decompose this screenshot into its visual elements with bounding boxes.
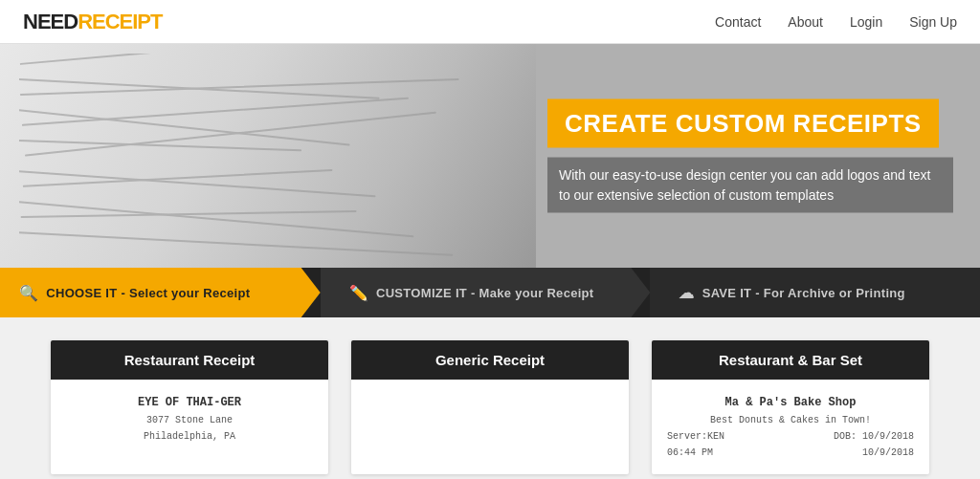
step-choose-label: CHOOSE IT - Select your Receipt: [46, 286, 250, 300]
nav-signup[interactable]: Sign Up: [909, 14, 957, 30]
bar-server: Server:KEN: [667, 428, 724, 445]
step-customize-label: CUSTOMIZE IT - Make your Receipt: [376, 286, 594, 300]
bar-time-line: 06:44 PM 10/9/2018: [667, 445, 914, 461]
card-generic-body: [351, 380, 629, 425]
steps-bar: 🔍 CHOOSE IT - Select your Receipt ✏️ CUS…: [0, 268, 980, 317]
card-restaurant-header: Restaurant Receipt: [51, 340, 328, 380]
restaurant-shop-addr: 3077 Stone LanePhiladelphia, PA: [66, 412, 313, 445]
hero-overlay: CREATE CUSTOM RECEIPTS With our easy-to-…: [521, 76, 980, 236]
logo-receipt: RECEIPT: [78, 10, 162, 33]
card-generic-header: Generic Receipt: [351, 340, 629, 380]
nav-login[interactable]: Login: [850, 14, 882, 30]
bar-server-line: Server:KEN DOB: 10/9/2018: [667, 428, 914, 445]
hero-subtitle: With our easy-to-use design center you c…: [547, 158, 953, 213]
step-save-label: SAVE IT - For Archive or Printing: [702, 286, 905, 300]
receipt-lines-decoration: [19, 54, 536, 264]
logo-need: NEED: [23, 10, 78, 33]
pencil-icon: ✏️: [349, 284, 368, 302]
nav-about[interactable]: About: [788, 14, 823, 30]
step-save[interactable]: ☁ SAVE IT - For Archive or Printing: [650, 268, 980, 317]
bar-dob: DOB: 10/9/2018: [834, 428, 914, 445]
generic-shop-name: [367, 393, 613, 412]
card-bar-set-body: Ma & Pa's Bake Shop Best Donuts & Cakes …: [652, 380, 929, 474]
bar-date: 10/9/2018: [862, 445, 914, 461]
card-bar-set[interactable]: Restaurant & Bar Set Ma & Pa's Bake Shop…: [652, 340, 929, 474]
bar-time: 06:44 PM: [667, 445, 713, 461]
main-nav: Contact About Login Sign Up: [715, 14, 957, 30]
cloud-icon: ☁: [679, 284, 694, 302]
card-restaurant[interactable]: Restaurant Receipt EYE OF THAI-GER 3077 …: [51, 340, 328, 474]
nav-contact[interactable]: Contact: [715, 14, 761, 30]
hero-title: CREATE CUSTOM RECEIPTS: [547, 99, 939, 148]
bar-shop-addr: Best Donuts & Cakes in Town!: [667, 412, 914, 428]
card-bar-set-header: Restaurant & Bar Set: [652, 340, 929, 380]
restaurant-shop-name: EYE OF THAI-GER: [66, 393, 313, 412]
card-generic[interactable]: Generic Receipt: [351, 340, 629, 474]
cards-section: Restaurant Receipt EYE OF THAI-GER 3077 …: [0, 317, 980, 479]
card-restaurant-body: EYE OF THAI-GER 3077 Stone LanePhiladelp…: [51, 380, 328, 458]
step-choose[interactable]: 🔍 CHOOSE IT - Select your Receipt: [0, 268, 321, 317]
logo[interactable]: NEEDRECEIPT: [23, 10, 162, 34]
hero-section: CREATE CUSTOM RECEIPTS With our easy-to-…: [0, 44, 980, 268]
header: NEEDRECEIPT Contact About Login Sign Up: [0, 0, 980, 44]
search-icon: 🔍: [19, 284, 38, 302]
step-customize[interactable]: ✏️ CUSTOMIZE IT - Make your Receipt: [321, 268, 651, 317]
bar-shop-name: Ma & Pa's Bake Shop: [667, 393, 914, 412]
